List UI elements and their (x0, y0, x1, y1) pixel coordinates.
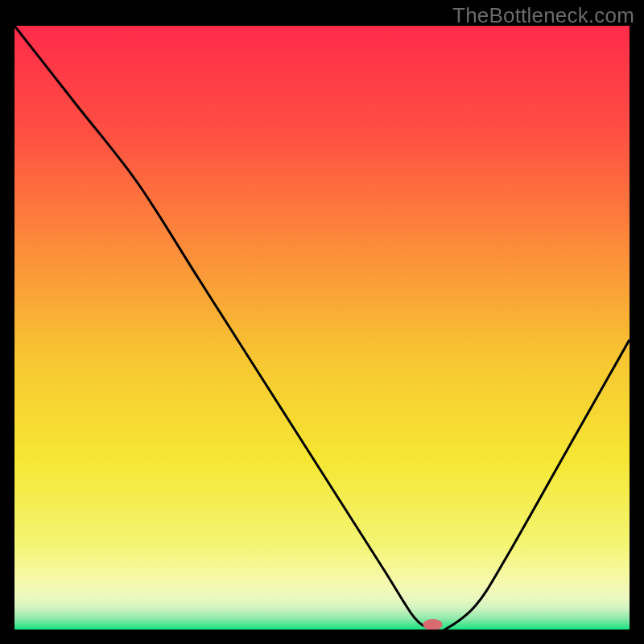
plot-area (14, 26, 630, 630)
chart-frame: TheBottleneck.com (0, 0, 644, 644)
gradient-background (14, 26, 630, 630)
bottleneck-chart (14, 26, 630, 630)
watermark-text: TheBottleneck.com (452, 3, 634, 28)
